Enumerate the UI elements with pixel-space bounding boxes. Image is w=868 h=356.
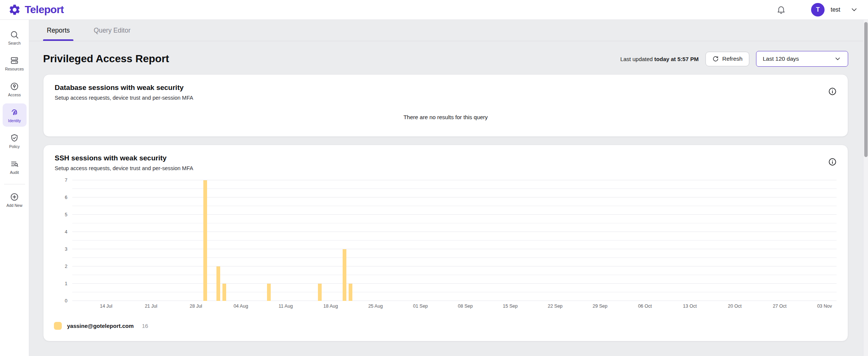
info-button[interactable] xyxy=(828,87,837,97)
username: test xyxy=(831,6,840,13)
sidebar-item-policy[interactable]: Policy xyxy=(3,129,27,153)
tab-reports[interactable]: Reports xyxy=(43,20,73,41)
chart-bar[interactable] xyxy=(216,266,220,301)
x-axis-tick-label: 28 Jul xyxy=(190,304,202,309)
chevron-down-icon xyxy=(850,6,858,14)
gridline xyxy=(72,223,837,223)
refresh-icon xyxy=(712,55,719,62)
sidebar-item-label: Audit xyxy=(10,170,19,175)
audit-log-icon xyxy=(10,159,19,169)
fingerprint-icon xyxy=(10,108,19,117)
tab-bar: Reports Query Editor xyxy=(29,20,868,41)
user-menu-button[interactable] xyxy=(850,6,858,14)
search-icon xyxy=(10,30,19,39)
top-bar: Teleport T test xyxy=(0,0,868,20)
x-axis-tick-label: 03 Nov xyxy=(817,304,832,309)
card-ssh-sessions: SSH sessions with weak security Setup ac… xyxy=(43,145,848,341)
y-axis-tick-label: 4 xyxy=(65,229,67,235)
gridline xyxy=(72,266,837,266)
card-title: SSH sessions with weak security xyxy=(55,154,837,162)
x-axis-tick-label: 22 Sep xyxy=(548,304,563,309)
empty-results-message: There are no results for this query xyxy=(55,114,837,120)
x-axis-tick-label: 04 Aug xyxy=(234,304,248,309)
x-axis: 14 Jul21 Jul28 Jul04 Aug11 Aug18 Aug25 A… xyxy=(72,304,837,312)
sidebar-item-identity[interactable]: Identity xyxy=(3,103,27,127)
info-icon xyxy=(828,87,837,96)
y-axis-tick-label: 6 xyxy=(65,195,67,200)
y-axis-tick-label: 0 xyxy=(65,298,67,304)
user-avatar[interactable]: T xyxy=(811,3,825,16)
gridline xyxy=(72,240,837,241)
keyhole-icon xyxy=(10,82,19,91)
gridline xyxy=(72,206,837,206)
gridline xyxy=(72,257,837,258)
date-range-dropdown[interactable]: Last 120 days xyxy=(756,51,848,67)
gridline xyxy=(72,214,837,215)
legend-swatch xyxy=(54,322,62,330)
bar-chart-plot: 01234567 xyxy=(72,177,837,301)
teleport-logo[interactable]: Teleport xyxy=(8,3,64,16)
refresh-button[interactable]: Refresh xyxy=(705,52,749,66)
chart-bar[interactable] xyxy=(267,284,271,301)
bar-chart: 01234567 14 Jul21 Jul28 Jul04 Aug11 Aug1… xyxy=(55,177,837,312)
page-header: Privileged Access Report Last updated to… xyxy=(43,51,848,67)
legend-series-count: 16 xyxy=(142,323,148,329)
y-axis-tick-label: 1 xyxy=(65,281,67,286)
notifications-button[interactable] xyxy=(774,2,789,17)
x-axis-tick-label: 06 Oct xyxy=(638,304,652,309)
x-axis-tick-label: 08 Sep xyxy=(458,304,473,309)
chart-bar[interactable] xyxy=(343,249,346,301)
gridline xyxy=(72,292,837,292)
chevron-down-icon xyxy=(834,55,841,63)
x-axis-tick-label: 18 Aug xyxy=(323,304,338,309)
x-axis-tick-label: 25 Aug xyxy=(368,304,383,309)
y-axis-tick-label: 5 xyxy=(65,212,67,217)
info-icon xyxy=(828,157,837,166)
card-title: Database sessions with weak security xyxy=(55,84,837,92)
gridline xyxy=(72,188,837,189)
sidebar-item-resources[interactable]: Resources xyxy=(3,52,27,75)
sidebar-item-access[interactable]: Access xyxy=(3,78,27,101)
card-database-sessions: Database sessions with weak security Set… xyxy=(43,74,848,137)
x-axis-tick-label: 13 Oct xyxy=(683,304,697,309)
x-axis-tick-label: 27 Oct xyxy=(773,304,787,309)
sidebar-item-add-new[interactable]: Add New xyxy=(3,188,27,211)
vertical-scrollbar-thumb[interactable] xyxy=(864,22,868,157)
x-axis-tick-label: 15 Sep xyxy=(503,304,518,309)
chart-bar[interactable] xyxy=(203,180,207,301)
gridline xyxy=(72,275,837,275)
plus-circle-icon xyxy=(10,192,19,202)
x-axis-tick-label: 11 Aug xyxy=(279,304,293,309)
card-subtitle: Setup access requests, device trust and … xyxy=(55,165,837,171)
gridline xyxy=(72,283,837,284)
sidebar-divider xyxy=(4,184,25,184)
y-axis-tick-label: 2 xyxy=(65,264,67,269)
vertical-scrollbar-track[interactable] xyxy=(863,20,868,356)
date-range-value: Last 120 days xyxy=(763,55,799,62)
bell-icon xyxy=(776,5,786,15)
shield-check-icon xyxy=(10,133,19,143)
x-axis-tick-label: 21 Jul xyxy=(145,304,157,309)
x-axis-tick-label: 29 Sep xyxy=(593,304,608,309)
legend-series-name: yassine@goteleport.com xyxy=(67,323,134,329)
sidebar-item-label: Access xyxy=(8,93,21,97)
tab-query-editor[interactable]: Query Editor xyxy=(90,20,134,41)
chart-bar[interactable] xyxy=(349,284,352,301)
y-axis-tick-label: 3 xyxy=(65,247,67,252)
brand-name: Teleport xyxy=(25,4,64,16)
gridline xyxy=(72,232,837,232)
chart-bar[interactable] xyxy=(318,284,322,301)
info-button[interactable] xyxy=(828,157,837,167)
sidebar-item-label: Search xyxy=(8,41,21,45)
card-subtitle: Setup access requests, device trust and … xyxy=(55,95,837,101)
teleport-gear-icon xyxy=(8,3,21,16)
x-axis-tick-label: 20 Oct xyxy=(728,304,742,309)
sidebar-item-audit[interactable]: Audit xyxy=(3,155,27,178)
page-title: Privileged Access Report xyxy=(43,53,169,65)
x-axis-tick-label: 01 Sep xyxy=(413,304,428,309)
sidebar-item-search[interactable]: Search xyxy=(3,26,27,49)
chart-bar[interactable] xyxy=(222,284,226,301)
sidebar-item-label: Add New xyxy=(6,203,22,208)
x-axis-tick-label: 14 Jul xyxy=(100,304,112,309)
gridline xyxy=(72,301,837,301)
